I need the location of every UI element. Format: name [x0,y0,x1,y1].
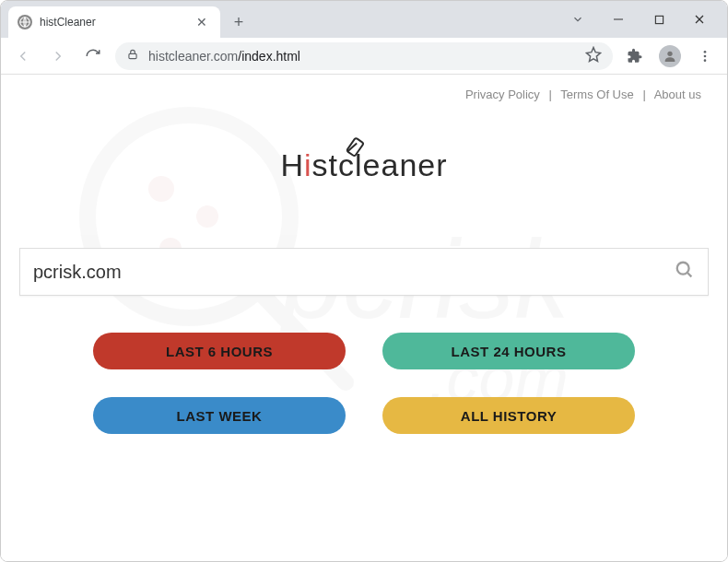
svg-point-7 [704,51,707,53]
search-container [19,248,709,296]
profile-avatar[interactable] [657,43,683,69]
last-6-hours-button[interactable]: LAST 6 HOURS [93,333,346,369]
extensions-icon[interactable] [622,43,648,69]
svg-point-13 [196,205,218,228]
separator: | [549,88,552,101]
svg-point-19 [677,263,689,275]
svg-point-9 [704,59,707,62]
logo-dot: i [304,147,312,183]
url-text: histcleaner.com/index.html [148,49,576,64]
star-icon[interactable] [585,46,602,65]
minimize-button[interactable] [598,6,639,33]
svg-point-6 [667,51,672,55]
last-24-hours-button[interactable]: LAST 24 HOURS [382,333,635,369]
maximize-button[interactable] [639,6,679,33]
chevron-down-icon[interactable] [558,6,598,33]
eraser-icon [343,133,367,169]
new-tab-button[interactable]: + [226,9,252,35]
browser-toolbar: histcleaner.com/index.html [1,38,727,75]
privacy-link[interactable]: Privacy Policy [465,88,540,101]
reload-button[interactable] [80,43,106,69]
forward-button[interactable] [45,43,71,69]
menu-icon[interactable] [692,43,718,69]
all-history-button[interactable]: ALL HISTORY [382,397,635,434]
browser-tab[interactable]: histCleaner ✕ [8,6,220,38]
tab-title: histCleaner [40,16,185,29]
separator: | [642,88,645,101]
search-box[interactable] [19,248,709,296]
svg-line-20 [687,273,692,277]
close-window-button[interactable] [679,6,720,33]
globe-icon [18,15,32,29]
search-input[interactable] [33,262,675,283]
svg-rect-17 [346,137,364,156]
top-links: Privacy Policy | Terms Of Use | About us [1,75,727,101]
search-icon[interactable] [675,260,695,284]
logo: Histcleaner [1,147,727,183]
last-week-button[interactable]: LAST WEEK [93,397,346,434]
window-controls [558,1,727,38]
lock-icon [126,48,139,64]
url-host: histcleaner.com [148,49,238,64]
back-button[interactable] [10,43,36,69]
svg-point-8 [704,54,707,57]
svg-rect-2 [655,16,663,23]
svg-rect-5 [129,53,136,58]
logo-text-rest: stcleaner [312,147,448,183]
avatar-icon [659,45,681,67]
address-bar[interactable]: histcleaner.com/index.html [115,42,613,70]
titlebar: histCleaner ✕ + [1,1,727,38]
browser-window: histCleaner ✕ + [0,0,728,562]
logo-text-h: H [280,147,304,183]
page-content: pcrisk .com Privacy Policy | Terms Of Us… [1,75,727,561]
terms-link[interactable]: Terms Of Use [560,88,633,101]
close-tab-icon[interactable]: ✕ [193,15,211,29]
clean-buttons: LAST 6 HOURS LAST 24 HOURS LAST WEEK ALL… [1,333,727,434]
url-path: /index.html [238,49,300,64]
about-link[interactable]: About us [654,88,701,101]
